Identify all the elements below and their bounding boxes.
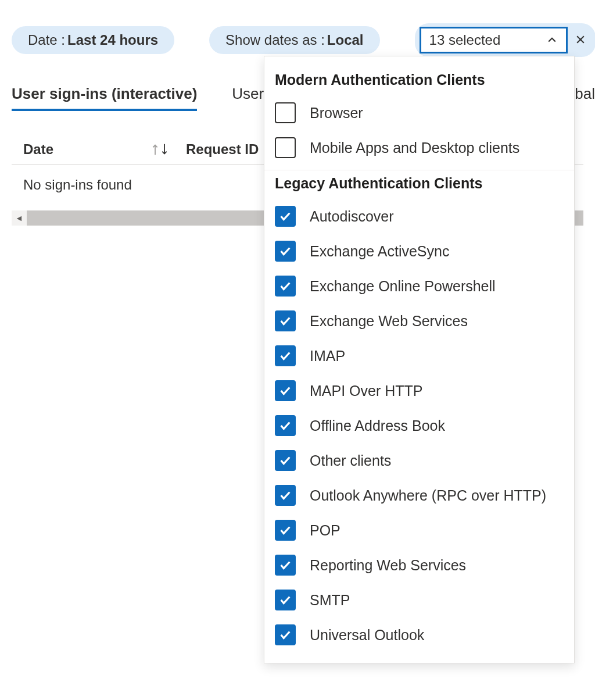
checkbox-icon[interactable] <box>275 555 296 576</box>
checkbox-icon[interactable] <box>275 415 296 436</box>
tab-right-partial: bal <box>575 80 595 111</box>
clientapp-dropdown-panel: Modern Authentication ClientsBrowserMobi… <box>264 56 575 663</box>
dropdown-option[interactable]: Reporting Web Services <box>275 548 564 583</box>
checkbox-icon[interactable] <box>275 345 296 366</box>
dropdown-option-label: Exchange ActiveSync <box>310 243 449 260</box>
dropdown-option[interactable]: Mobile Apps and Desktop clients <box>275 130 564 165</box>
dropdown-option-label: IMAP <box>310 348 345 365</box>
dropdown-option[interactable]: MAPI Over HTTP <box>275 373 564 408</box>
checkbox-icon[interactable] <box>275 137 296 158</box>
checkbox-icon[interactable] <box>275 102 296 123</box>
dropdown-option-label: Autodiscover <box>310 208 394 225</box>
dropdown-option[interactable]: Other clients <box>275 443 564 478</box>
dropdown-option-label: Other clients <box>310 452 391 469</box>
clear-filter-icon[interactable] <box>572 31 589 49</box>
dropdown-option-label: Exchange Online Powershell <box>310 278 496 295</box>
checkbox-icon[interactable] <box>275 310 296 331</box>
checkbox-icon[interactable] <box>275 520 296 541</box>
column-date[interactable]: Date <box>23 141 169 158</box>
dropdown-option-label: Mobile Apps and Desktop clients <box>310 140 519 156</box>
filter-showdates-label: Show dates as : <box>225 32 325 48</box>
filter-showdates-pill[interactable]: Show dates as : Local <box>209 26 379 54</box>
checkbox-icon[interactable] <box>275 624 296 645</box>
checkbox-icon[interactable] <box>275 485 296 506</box>
dropdown-option[interactable]: SMTP <box>275 583 564 617</box>
filter-clientapp-pill: 13 selected <box>415 23 595 57</box>
dropdown-option[interactable]: POP <box>275 513 564 548</box>
dropdown-option-label: SMTP <box>310 592 350 609</box>
dropdown-option-label: Universal Outlook <box>310 627 424 644</box>
dropdown-option[interactable]: Universal Outlook <box>275 617 564 652</box>
filter-showdates-value: Local <box>327 32 364 48</box>
dropdown-option[interactable]: Outlook Anywhere (RPC over HTTP) <box>275 478 564 513</box>
checkbox-icon[interactable] <box>275 206 296 227</box>
dropdown-option-label: Browser <box>310 105 363 122</box>
filter-date-value: Last 24 hours <box>67 32 158 48</box>
chevron-up-icon <box>546 34 558 46</box>
dropdown-option[interactable]: Browser <box>275 95 564 130</box>
clientapp-dropdown-trigger[interactable]: 13 selected <box>420 27 568 53</box>
dropdown-group-title: Legacy Authentication Clients <box>275 175 564 192</box>
clientapp-selected-text: 13 selected <box>429 32 501 48</box>
filter-date-label: Date : <box>28 32 65 48</box>
dropdown-group-title: Modern Authentication Clients <box>275 72 564 88</box>
checkbox-icon[interactable] <box>275 380 296 401</box>
tab-user-signins-interactive[interactable]: User sign-ins (interactive) <box>12 80 197 111</box>
dropdown-option[interactable]: Offline Address Book <box>275 408 564 443</box>
dropdown-option-label: MAPI Over HTTP <box>310 383 422 399</box>
checkbox-icon[interactable] <box>275 450 296 471</box>
column-date-label: Date <box>23 141 53 158</box>
dropdown-option[interactable]: Exchange ActiveSync <box>275 234 564 269</box>
dropdown-option-label: POP <box>310 522 340 539</box>
filter-date-pill[interactable]: Date : Last 24 hours <box>12 26 174 54</box>
dropdown-option[interactable]: Exchange Online Powershell <box>275 269 564 303</box>
dropdown-option[interactable]: Exchange Web Services <box>275 303 564 338</box>
checkbox-icon[interactable] <box>275 276 296 297</box>
checkbox-icon[interactable] <box>275 590 296 610</box>
dropdown-option-label: Exchange Web Services <box>310 313 468 330</box>
sort-icon[interactable] <box>151 143 169 156</box>
dropdown-option-label: Outlook Anywhere (RPC over HTTP) <box>310 487 546 504</box>
dropdown-option-label: Offline Address Book <box>310 417 445 434</box>
dropdown-option-label: Reporting Web Services <box>310 557 466 574</box>
group-divider <box>264 170 574 170</box>
dropdown-option[interactable]: Autodiscover <box>275 199 564 234</box>
checkbox-icon[interactable] <box>275 241 296 262</box>
dropdown-option[interactable]: IMAP <box>275 338 564 373</box>
scroll-left-icon[interactable]: ◄ <box>12 210 27 226</box>
